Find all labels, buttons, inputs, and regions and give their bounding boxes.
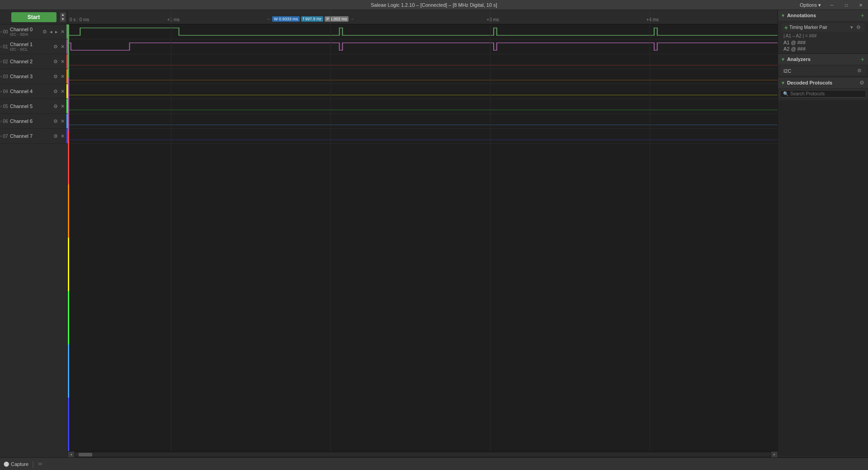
annotations-header: ▼ Annotations + [778,10,868,21]
a1a2-row: | A1 – A2 | = ### [780,33,866,39]
timing-marker-container: ◈ Timing Marker Pair ▾ ⚙ | A1 – A2 | = #… [778,21,868,53]
search-icon: 🔍 [783,91,788,96]
vline-2 [330,10,331,24]
close-icon-3[interactable]: ✕ [60,74,66,80]
channel-num-6: 06 [2,119,9,124]
waveform-row-5 [68,99,778,114]
decoded-collapse-icon[interactable]: ▼ [781,80,785,85]
arrow-down-button[interactable]: ▼ [60,17,66,22]
search-box: 🔍 [780,90,866,98]
timing-pair-label: Timing Marker Pair [789,25,848,30]
settings-icon-7[interactable]: ⚙ [52,133,59,139]
drag-handle-6[interactable] [0,114,2,128]
analyzers-header: ▼ Analyzers + [778,54,868,65]
capture-button[interactable]: ⬤ Capture [4,461,28,467]
channel-name-1: Channel 1I2C - SCL [10,42,52,52]
analyzers-collapse-icon[interactable]: ▼ [781,57,785,62]
channel-name-0: Channel 0I2C - SDA [10,27,42,37]
analyzer-list: I2C ⚙ [778,66,868,75]
drag-handle-0[interactable] [0,24,2,39]
close-button[interactable]: ✕ [854,0,868,10]
vline-4 [650,10,650,24]
statusbar-expand-icon[interactable]: ≫ [38,461,43,467]
decoded-protocols-section: ▼ Decoded Protocols ⚙ 🔍 [778,77,868,457]
drag-handle-2[interactable] [0,54,2,69]
analyzers-title: Analyzers [787,56,858,62]
channel-panel: Start ▲ ▼ 00 Channel 0I2C - SDA ⚙ ◂ ▸ ✕ … [0,10,68,457]
channel-row-3: 03 Channel 3 ⚙ ✕ [0,69,67,84]
decoded-protocols-title: Decoded Protocols [787,80,857,85]
analyzer-i2c-settings-icon[interactable]: ⚙ [856,68,863,74]
channel-row-4: 04 Channel 4 ⚙ ✕ [0,84,67,99]
channel-name-4: Channel 4 [10,89,52,94]
a2-row: A2 @ ### [780,46,866,52]
nav-left-icon-0[interactable]: ◂ [49,29,53,35]
timeline-marker-4: +4 ms [646,17,659,22]
close-icon-2[interactable]: ✕ [60,59,66,65]
capture-label: Capture [11,461,28,467]
close-icon-6[interactable]: ✕ [60,118,66,124]
settings-icon-2[interactable]: ⚙ [52,59,59,65]
timing-pair-settings-icon[interactable]: ▾ [849,24,854,30]
channel-row-2: 02 Channel 2 ⚙ ✕ [0,54,67,69]
channel-icons-3: ⚙ ✕ [52,74,66,80]
channel-row-0: 00 Channel 0I2C - SDA ⚙ ◂ ▸ ✕ [0,24,67,39]
drag-handle-7[interactable] [0,129,2,143]
waveform-svg-7 [68,129,778,143]
channel-sub-1: I2C - SCL [10,47,52,52]
start-button[interactable]: Start [11,12,57,22]
drag-handle-4[interactable] [0,84,2,99]
settings-icon-3[interactable]: ⚙ [52,74,59,80]
titlebar: Saleae Logic 1.2.10 – [Connected] – [8 M… [0,0,868,10]
waveform-svg-3 [68,69,778,84]
close-icon-4[interactable]: ✕ [60,89,66,94]
nav-right-icon-0[interactable]: ▸ [54,29,59,35]
timing-pair-row: ◈ Timing Marker Pair ▾ ⚙ [782,23,864,32]
timing-pin-icon: ◈ [784,25,788,30]
waveform-svg-0 [68,24,778,39]
close-icon-7[interactable]: ✕ [60,133,66,139]
channel-num-3: 03 [2,74,9,79]
channel-icons-4: ⚙ ✕ [52,89,66,94]
annotations-collapse-icon[interactable]: ▼ [781,13,785,18]
close-icon-5[interactable]: ✕ [60,103,66,109]
close-icon-0[interactable]: ✕ [60,29,66,35]
waveform-area[interactable]: 0 s : 0 ms +1 ms +2 ms +3 ms +4 ms ← W 0… [68,10,778,457]
settings-icon-1[interactable]: ⚙ [52,44,59,50]
capture-icon: ⬤ [4,461,9,467]
channel-row-6: 06 Channel 6 ⚙ ✕ [0,114,67,129]
scroll-track[interactable] [75,453,770,456]
channel-name-6: Channel 6 [10,118,52,124]
start-button-arrows: ▲ ▼ [60,12,66,23]
timing-pair-gear-icon[interactable]: ⚙ [855,24,862,30]
scroll-left-button[interactable]: ◂ [68,451,74,458]
drag-handle-5[interactable] [0,99,2,113]
scroll-thumb[interactable] [79,453,92,456]
scroll-right-button[interactable]: ▸ [771,451,778,458]
settings-icon-0[interactable]: ⚙ [42,29,48,35]
waveform-content [68,24,778,451]
options-button[interactable]: Options ▾ [796,0,825,10]
settings-icon-4[interactable]: ⚙ [52,89,59,94]
vline-1 [171,10,171,24]
timeline-start-label: 0 s : 0 ms [70,17,89,22]
search-protocols-input[interactable] [790,91,863,96]
decoded-protocols-settings-icon[interactable]: ⚙ [859,80,865,86]
settings-icon-5[interactable]: ⚙ [52,103,59,109]
annotations-add-button[interactable]: + [860,12,865,19]
arrow-up-button[interactable]: ▲ [60,13,66,17]
settings-icon-6[interactable]: ⚙ [52,118,59,124]
channel-num-7: 07 [2,134,9,139]
analyzers-add-button[interactable]: + [860,56,865,63]
channel-icons-7: ⚙ ✕ [52,133,66,139]
waveform-row-7 [68,129,778,144]
channel-name-5: Channel 5 [10,103,52,109]
drag-handle-3[interactable] [0,69,2,84]
maximize-button[interactable]: □ [839,0,854,10]
title-text: Saleae Logic 1.2.10 – [Connected] – [8 M… [371,2,497,8]
drag-handle-1[interactable] [0,39,2,54]
close-icon-1[interactable]: ✕ [60,44,66,50]
minimize-button[interactable]: ─ [825,0,839,10]
waveform-row-3 [68,69,778,84]
channel-name-7: Channel 7 [10,133,52,139]
